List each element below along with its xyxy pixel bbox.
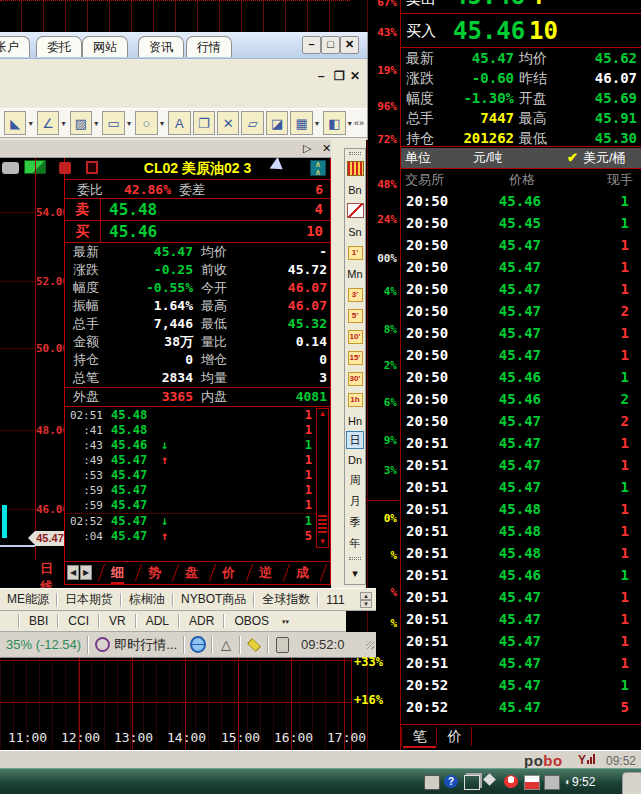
tab-scroll-right-icon[interactable]: ▶ <box>80 565 92 580</box>
mdi-close-button[interactable]: ✕ <box>350 69 360 83</box>
menu-tab-3[interactable]: 网站 <box>82 36 128 57</box>
toolbar-grip[interactable] <box>349 557 361 560</box>
tab-笔[interactable]: 笔 <box>403 727 436 748</box>
menu-tab-2[interactable]: 委托 <box>36 36 82 57</box>
indicator-tab-obos[interactable]: OBOS <box>225 614 278 628</box>
period-季[interactable]: 季 <box>345 512 365 533</box>
nav-item-5[interactable]: 全球指数 <box>255 591 317 608</box>
period-1h[interactable]: 1h <box>348 393 363 407</box>
period-年[interactable]: 年 <box>345 533 365 554</box>
menu-tab-4[interactable]: 资讯 <box>138 36 184 57</box>
period-1'[interactable]: 1' <box>345 242 365 263</box>
indicator-tab-adl[interactable]: ADL <box>137 614 178 628</box>
period-1'[interactable]: 1' <box>348 246 363 260</box>
period-周[interactable]: 周 <box>345 470 365 491</box>
indicator-tab-cci[interactable]: CCI <box>59 614 98 628</box>
dropdown-caret-icon[interactable]: ▾ <box>26 119 34 128</box>
tab-势[interactable]: 势 <box>148 563 161 582</box>
trend-lines-icon[interactable]: ∠ <box>37 111 59 135</box>
period-月[interactable]: 月 <box>345 491 365 512</box>
resize-grip[interactable] <box>366 641 374 649</box>
unit-option-usd[interactable]: 美元/桶 <box>583 148 626 168</box>
period-3'[interactable]: 3' <box>345 284 365 305</box>
feed-status[interactable]: 即时行情... <box>89 636 183 654</box>
mdi-minimize-button[interactable]: – <box>318 69 325 83</box>
collapse-icon[interactable]: ∧∧ <box>310 160 326 176</box>
period-10'[interactable]: 10' <box>348 330 363 344</box>
dropdown-caret-icon[interactable]: ▾ <box>125 119 133 128</box>
windows-taskbar[interactable]: ?◖ 9:52 <box>0 768 641 794</box>
indicator-tab-bbi[interactable]: BBI <box>20 614 57 628</box>
nav-spinner[interactable]: ▲▼ <box>360 592 372 608</box>
dropdown-caret-icon[interactable]: ▾ <box>346 119 354 128</box>
period-5'[interactable]: 5' <box>348 309 363 323</box>
period-3'[interactable]: 3' <box>348 288 363 302</box>
period-5'[interactable]: 5' <box>345 305 365 326</box>
trend-icon[interactable] <box>345 200 365 221</box>
menu-tab-5[interactable]: 行情 <box>186 36 232 57</box>
tab-逆[interactable]: 逆 <box>259 563 272 582</box>
period-15'[interactable]: 15' <box>345 347 365 368</box>
pager-icon[interactable] <box>274 637 290 652</box>
period-▾[interactable]: ▾ <box>345 563 365 584</box>
dropdown-caret-icon[interactable]: ▾ <box>59 119 67 128</box>
nav-item-4[interactable]: NYBOT商品 <box>174 591 253 608</box>
keyboard-icon[interactable] <box>424 775 440 790</box>
period-Bn[interactable]: Bn <box>345 179 365 200</box>
toolbar-overflow-icon[interactable]: «» <box>354 118 364 128</box>
tab-细[interactable]: 细 <box>111 563 124 584</box>
plug-icon[interactable] <box>544 775 560 790</box>
alarm-icon[interactable]: △ <box>218 637 234 652</box>
indicator-tab-adr[interactable]: ADR <box>180 614 223 628</box>
period-Sn[interactable]: Sn <box>345 221 365 242</box>
fan-lines-icon[interactable]: ◣ <box>4 111 26 135</box>
period-Mn[interactable]: Mn <box>345 263 365 284</box>
tab-价[interactable]: 价 <box>438 727 471 746</box>
text-icon[interactable]: A <box>168 111 190 135</box>
period-30'[interactable]: 30' <box>348 372 363 386</box>
maximize-button[interactable]: □ <box>321 36 340 54</box>
mdi-restore-button[interactable]: ❐ <box>334 69 345 83</box>
scroll-down-icon[interactable]: ▼ <box>317 537 328 547</box>
ellipse-icon[interactable]: ○ <box>135 111 157 135</box>
dropdown-caret-icon[interactable]: ▾ <box>92 119 100 128</box>
diamond-tool-icon[interactable] <box>246 637 262 652</box>
period-1h[interactable]: 1h <box>345 389 365 410</box>
delete-icon[interactable]: ✕ <box>217 111 239 135</box>
period-Hn[interactable]: Hn <box>345 410 365 431</box>
diamond-icon[interactable] <box>483 773 496 786</box>
nav-item-1[interactable]: ME能源 <box>0 591 56 608</box>
toolbar-grip[interactable] <box>349 152 361 155</box>
eraser-icon[interactable]: ▱ <box>241 111 263 135</box>
tick-scrollbar[interactable]: ▲ ▼ <box>316 408 329 548</box>
nav-item-6[interactable]: 111 <box>319 593 351 607</box>
tab-成[interactable]: 成 <box>296 563 309 582</box>
close-panel-button[interactable]: ✕ <box>322 142 331 155</box>
taskbar-edge-button[interactable] <box>622 772 641 794</box>
hand-tool-icon[interactable] <box>2 162 19 174</box>
scroll-up-icon[interactable]: ▲ <box>317 409 328 419</box>
unit-option-yuan[interactable]: 元/吨 <box>473 148 503 168</box>
period-日[interactable]: 日 <box>346 431 364 449</box>
period-15'[interactable]: 15' <box>348 351 363 365</box>
spin-up-icon[interactable]: ▲ <box>360 592 372 600</box>
dropdown-caret-icon[interactable]: ▾ <box>158 119 166 128</box>
help-icon[interactable]: ? <box>444 775 458 788</box>
nav-item-3[interactable]: 棕榈油 <box>122 591 172 608</box>
close-button[interactable]: ✕ <box>340 36 359 54</box>
scroll-thumb[interactable] <box>318 513 327 535</box>
period-10'[interactable]: 10' <box>345 326 365 347</box>
minimize-button[interactable]: – <box>302 36 321 54</box>
period-30'[interactable]: 30' <box>345 368 365 389</box>
qq-icon[interactable] <box>504 775 518 788</box>
nav-item-2[interactable]: 日本期货 <box>58 591 120 608</box>
flip-icon[interactable]: ◪ <box>266 111 288 135</box>
layers-icon[interactable] <box>464 775 480 790</box>
menu-tab-1[interactable]: 帐户 <box>0 36 30 57</box>
dropdown-caret-icon[interactable]: ▾ <box>313 119 321 128</box>
fill-icon[interactable]: ◧ <box>323 111 345 135</box>
globe-icon[interactable] <box>190 637 206 652</box>
more-indicators-icon[interactable]: ▾▾ <box>278 618 293 625</box>
play-button[interactable]: ▷ <box>303 142 311 155</box>
hatch-lines-icon[interactable]: ▨ <box>70 111 92 135</box>
